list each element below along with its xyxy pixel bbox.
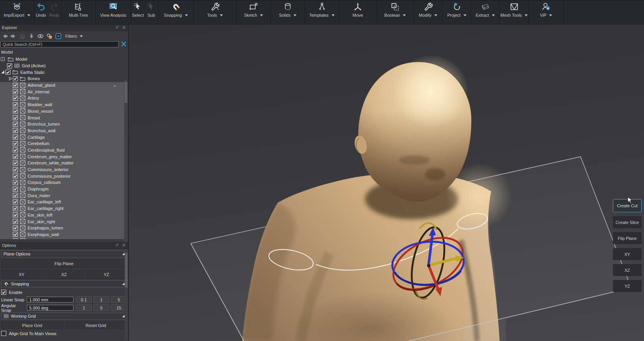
tree-item-ear-cartilage-right[interactable]: Ear_cartilage_right: [0, 205, 124, 212]
chevron-down-icon[interactable]: [463, 14, 467, 16]
close-icon[interactable]: [122, 243, 126, 247]
tree-item-model[interactable]: Model: [0, 56, 128, 63]
down-icon[interactable]: [28, 33, 35, 40]
angular-snap-input[interactable]: [27, 305, 74, 311]
chevron-down-icon[interactable]: [185, 14, 188, 16]
chevron-down-icon[interactable]: [260, 14, 263, 16]
tool-boolean[interactable]: Boolean: [377, 0, 413, 24]
tree-checkbox[interactable]: [13, 199, 18, 205]
tool-templates[interactable]: Templates: [305, 0, 339, 24]
tree-item-commissura-anterior[interactable]: Commissura_anterior: [0, 166, 124, 173]
plane-axis-button-yz[interactable]: YZ: [86, 270, 127, 279]
xz-button[interactable]: XZ: [613, 264, 642, 276]
tree-item-diaphragm[interactable]: Diaphragm: [0, 186, 124, 192]
tool-multi-tree[interactable]: Multi-Tree: [61, 0, 95, 24]
bluecheck-icon[interactable]: [55, 33, 62, 40]
tool-redo[interactable]: Redo: [48, 0, 61, 24]
tree-item-air-internal[interactable]: Air_internal: [0, 88, 124, 95]
tree-item-cerebellum[interactable]: Cerebellum: [0, 140, 124, 147]
search-input[interactable]: [0, 41, 119, 47]
tree-checkbox[interactable]: [13, 173, 18, 178]
tree-checkbox[interactable]: [13, 89, 18, 94]
align-grid-checkbox[interactable]: [1, 331, 6, 336]
tree-item[interactable]: [0, 238, 124, 239]
tree-checkbox[interactable]: [13, 108, 18, 114]
tree-checkbox[interactable]: [13, 83, 18, 88]
tree-scrollbar[interactable]: [124, 79, 128, 261]
chevron-down-icon[interactable]: [332, 14, 335, 16]
tool-project[interactable]: Project: [443, 0, 471, 24]
tree-checkbox[interactable]: [13, 154, 18, 159]
tree-checkbox[interactable]: [13, 193, 18, 198]
sync-icon[interactable]: [46, 33, 53, 40]
tree-checkbox[interactable]: [7, 63, 12, 68]
tree-checkbox[interactable]: [13, 206, 18, 211]
tool-mesh-tools[interactable]: Mesh Tools: [500, 0, 528, 24]
angular-snap-preset-5[interactable]: 5: [93, 304, 109, 311]
tool-view-analysis[interactable]: View Analysis: [96, 0, 131, 24]
tree-item-adrenal-gland[interactable]: Adrenal_gland←: [0, 82, 124, 89]
tree-checkbox[interactable]: [13, 76, 18, 81]
back-icon[interactable]: [1, 33, 8, 40]
tool-sketch[interactable]: Sketch: [237, 0, 270, 24]
chevron-down-icon[interactable]: [220, 14, 223, 16]
tree-item-commissura-posterior[interactable]: Commissura_posterior: [0, 173, 124, 179]
tool-vip[interactable]: ViP: [529, 0, 563, 24]
tree-item-cerebrospinal-fluid[interactable]: Cerebrospinal_fluid: [0, 147, 124, 154]
chevron-down-icon[interactable]: [492, 14, 495, 16]
tree-item-esophagus-wall[interactable]: Esophagus_wall: [0, 231, 124, 238]
chevron-down-icon[interactable]: [525, 14, 528, 16]
tool-imp-export[interactable]: Imp/Export: [0, 0, 34, 24]
chevron-down-icon[interactable]: [293, 14, 297, 16]
section-working-grid[interactable]: Working Grid: [1, 313, 127, 320]
angular-snap-preset-1[interactable]: 1: [76, 304, 92, 311]
tree-checkbox[interactable]: [13, 238, 18, 239]
tool-select[interactable]: Select: [131, 0, 145, 24]
tree-item-ear-cartilage-left[interactable]: Ear_cartilage_left: [0, 199, 124, 205]
tree-checkbox[interactable]: [13, 102, 18, 107]
tree-checkbox[interactable]: [13, 167, 18, 172]
home-icon[interactable]: [19, 33, 26, 40]
filters-button[interactable]: Filters: [65, 34, 83, 38]
tree-expander[interactable]: [1, 57, 5, 61]
pin-icon[interactable]: [115, 25, 119, 30]
flip-plane-button[interactable]: Flip Plane: [1, 259, 127, 268]
tree-item-bladder-wall[interactable]: Bladder_wall: [0, 101, 124, 108]
tree-checkbox[interactable]: [13, 219, 18, 224]
plane-axis-button-xy[interactable]: XY: [1, 270, 42, 279]
eye-icon[interactable]: [37, 33, 44, 40]
close-icon[interactable]: [122, 25, 126, 30]
tool-tools[interactable]: Tools: [194, 0, 236, 24]
tree-item-grid-active[interactable]: Grid (Active): [0, 63, 128, 69]
options-scrollbar[interactable]: [125, 250, 128, 340]
tree-item-ear-skin-left[interactable]: Ear_skin_left: [0, 212, 124, 219]
place-grid-button[interactable]: Place Grid: [1, 322, 63, 329]
tree-checkbox[interactable]: [13, 180, 18, 185]
linear-snap-input[interactable]: [27, 297, 74, 303]
tree-checkbox[interactable]: [13, 226, 18, 231]
tree-item-breast[interactable]: Breast: [0, 114, 124, 121]
clear-search-icon[interactable]: [121, 40, 127, 47]
tool-move[interactable]: Move: [339, 0, 377, 24]
tool-undo[interactable]: Undo: [34, 0, 48, 24]
tree-checkbox[interactable]: [13, 122, 18, 127]
yz-button[interactable]: YZ: [613, 280, 642, 292]
tree-checkbox[interactable]: [13, 161, 18, 166]
chevron-down-icon[interactable]: [549, 14, 552, 16]
tree-item-blood-vessel[interactable]: Blood_vessel: [0, 108, 124, 115]
tree-item-cerebrum-white-matter[interactable]: Cerebrum_white_matter: [0, 160, 124, 166]
tree-item-dura-mater[interactable]: Dura_mater: [0, 192, 124, 199]
tree-checkbox[interactable]: [5, 70, 11, 75]
tool-modify[interactable]: Modify: [414, 0, 442, 24]
tree-item-eartha-static[interactable]: Eartha Static: [0, 69, 128, 75]
linear-snap-preset-0-1[interactable]: 0.1: [76, 296, 92, 303]
tree-checkbox[interactable]: [13, 141, 18, 146]
pin-icon[interactable]: [115, 243, 119, 247]
tree-expander-open[interactable]: [1, 70, 4, 73]
tool-solids[interactable]: Solids: [271, 0, 305, 24]
tree-checkbox[interactable]: [13, 187, 18, 192]
xy-button[interactable]: XY: [613, 248, 642, 260]
tree-checkbox[interactable]: [13, 128, 18, 133]
chevron-down-icon[interactable]: [27, 14, 30, 16]
tree-item-cartilage[interactable]: Cartilage: [0, 134, 124, 140]
